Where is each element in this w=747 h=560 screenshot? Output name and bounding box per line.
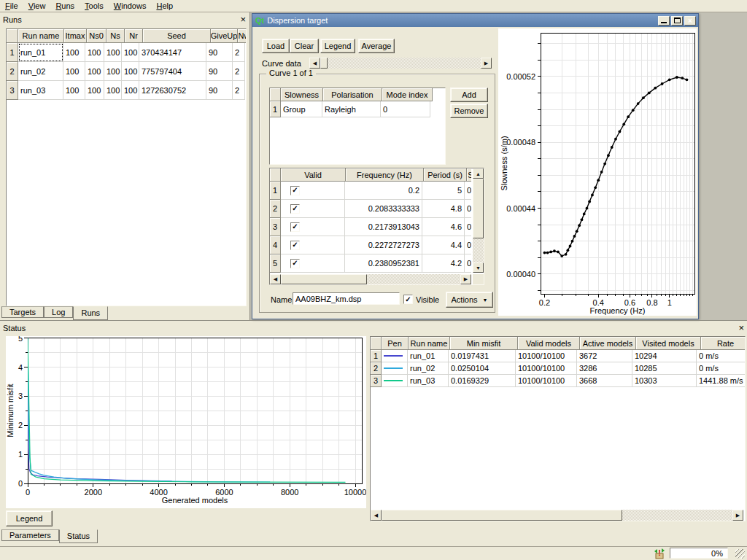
- clipped-cell[interactable]: 0: [465, 236, 471, 254]
- dialog-button-load[interactable]: Load: [262, 39, 290, 53]
- tab-targets[interactable]: Targets: [1, 306, 44, 318]
- valid-cell[interactable]: ✓: [281, 236, 345, 254]
- scroll-right-icon[interactable]: ▶: [481, 58, 492, 69]
- valid-models-cell[interactable]: 10100/10100: [516, 362, 577, 375]
- status-panel-close-icon[interactable]: ×: [738, 324, 744, 332]
- frequency-cell[interactable]: 0.2083333333: [345, 200, 422, 218]
- status-col-pen[interactable]: Pen: [382, 337, 409, 350]
- row-number[interactable]: 1: [270, 101, 281, 117]
- runs-cell[interactable]: 370434147: [139, 43, 206, 62]
- scroll-right-icon[interactable]: ▶: [460, 274, 471, 284]
- status-col-visited-models[interactable]: Visited models: [636, 337, 701, 350]
- frequency-cell[interactable]: 0.2272727273: [345, 236, 422, 254]
- runs-cell[interactable]: run_01: [18, 43, 63, 62]
- min-misfit-cell[interactable]: 0.0169329: [449, 375, 516, 387]
- scroll-right-icon[interactable]: ▶: [732, 510, 743, 521]
- scroll-up-icon[interactable]: ▲: [473, 168, 484, 179]
- runs-col-itmax[interactable]: Itmax: [64, 29, 87, 43]
- runs-col-nr[interactable]: Nr: [125, 29, 143, 43]
- runs-cell[interactable]: 100: [122, 81, 139, 100]
- period-cell[interactable]: 4.6: [422, 218, 465, 236]
- runs-cell[interactable]: 2: [233, 43, 245, 62]
- clipped-cell[interactable]: 0: [465, 200, 471, 218]
- row-number[interactable]: 2: [270, 200, 281, 218]
- mode-col-mode-index[interactable]: Mode index: [382, 88, 433, 101]
- rate-cell[interactable]: 1441.88 m/s: [697, 375, 745, 387]
- active-models-cell[interactable]: 3668: [577, 375, 632, 387]
- runs-cell[interactable]: 100: [85, 43, 104, 62]
- runs-cell[interactable]: 100: [104, 62, 122, 81]
- valid-cell[interactable]: ✓: [281, 254, 345, 273]
- runs-col-corner[interactable]: [7, 29, 18, 43]
- frequency-cell[interactable]: 0.2380952381: [345, 254, 422, 273]
- freq-col-s[interactable]: S: [467, 168, 471, 182]
- runs-cell[interactable]: 2: [233, 62, 245, 81]
- clipped-cell[interactable]: 0: [465, 254, 471, 273]
- visited-models-cell[interactable]: 10285: [632, 362, 697, 375]
- freq-col-period-s-[interactable]: Period (s): [424, 168, 467, 182]
- freq-v-scroll-track[interactable]: [473, 238, 484, 262]
- valid-models-cell[interactable]: 10100/10100: [516, 350, 577, 362]
- min-misfit-cell[interactable]: 0.0197431: [449, 350, 516, 362]
- freq-col-corner[interactable]: [270, 168, 281, 182]
- runs-cell[interactable]: 100: [104, 43, 122, 62]
- run-name-cell[interactable]: run_01: [408, 350, 449, 362]
- pen-cell[interactable]: [382, 350, 408, 362]
- status-h-scroll-thumb[interactable]: [382, 510, 622, 521]
- row-number[interactable]: 1: [371, 350, 382, 362]
- actions-button[interactable]: Actions ▼: [446, 292, 493, 308]
- runs-cell[interactable]: 100: [63, 43, 85, 62]
- minimize-button[interactable]: [658, 16, 670, 26]
- row-number[interactable]: 3: [270, 218, 281, 236]
- row-number[interactable]: 1: [7, 43, 18, 62]
- runs-cell[interactable]: 2: [233, 81, 245, 100]
- curve-data-scrollbar[interactable]: ◀ ▶: [309, 58, 492, 69]
- dialog-titlebar[interactable]: Qt Dispersion target ×: [252, 14, 698, 27]
- runs-col-run-name[interactable]: Run name: [18, 29, 64, 43]
- status-col-min-misfit[interactable]: Min misfit: [450, 337, 518, 350]
- row-number[interactable]: 2: [371, 362, 382, 375]
- frequency-cell[interactable]: 0.2173913043: [345, 218, 422, 236]
- tab-status[interactable]: Status: [59, 529, 98, 543]
- runs-col-ns[interactable]: Ns: [107, 29, 125, 43]
- freq-v-scroll-thumb[interactable]: [473, 179, 484, 238]
- freq-v-scrollbar[interactable]: ▲▼: [473, 168, 484, 273]
- mode-cell[interactable]: Group: [281, 101, 322, 117]
- row-number[interactable]: 4: [270, 236, 281, 254]
- menu-view[interactable]: View: [23, 1, 51, 12]
- runs-cell[interactable]: 100: [104, 81, 122, 100]
- tab-parameters[interactable]: Parameters: [1, 529, 59, 541]
- runs-cell[interactable]: run_03: [18, 81, 63, 100]
- curve-data-scroll-track[interactable]: [328, 58, 481, 69]
- freq-h-scroll-track[interactable]: [367, 274, 460, 284]
- rate-cell[interactable]: 0 m/s: [697, 362, 745, 375]
- menu-windows[interactable]: Windows: [109, 1, 152, 12]
- runs-cell[interactable]: 90: [206, 81, 233, 100]
- period-cell[interactable]: 4.4: [422, 236, 465, 254]
- runs-cell[interactable]: 90: [206, 43, 233, 62]
- close-button[interactable]: ×: [684, 16, 696, 26]
- runs-cell[interactable]: 100: [63, 81, 85, 100]
- visible-checkbox[interactable]: ✓: [403, 295, 413, 304]
- runs-cell[interactable]: 100: [122, 62, 139, 81]
- visited-models-cell[interactable]: 10303: [632, 375, 697, 387]
- run-name-cell[interactable]: run_03: [408, 375, 449, 387]
- freq-h-scrollbar[interactable]: ◀▶: [270, 274, 471, 284]
- runs-cell[interactable]: 100: [85, 62, 104, 81]
- row-number[interactable]: 1: [270, 182, 281, 200]
- valid-cell[interactable]: ✓: [281, 218, 345, 236]
- status-col-rate[interactable]: Rate: [701, 337, 745, 350]
- active-models-cell[interactable]: 3672: [577, 350, 632, 362]
- status-col-corner[interactable]: [371, 337, 382, 350]
- mode-cell[interactable]: Rayleigh: [322, 101, 381, 117]
- curve-data-scroll-thumb[interactable]: [320, 58, 328, 69]
- mode-col-polarisation[interactable]: Polarisation: [323, 88, 382, 101]
- freq-col-frequency-hz-[interactable]: Frequency (Hz): [346, 168, 424, 182]
- runs-cell[interactable]: 90: [206, 62, 233, 81]
- valid-cell[interactable]: ✓: [281, 182, 345, 200]
- tab-runs[interactable]: Runs: [73, 306, 108, 320]
- valid-models-cell[interactable]: 10100/10100: [516, 375, 577, 387]
- min-misfit-cell[interactable]: 0.0250104: [449, 362, 516, 375]
- period-cell[interactable]: 4.2: [422, 254, 465, 273]
- status-col-run-name[interactable]: Run name: [409, 337, 450, 350]
